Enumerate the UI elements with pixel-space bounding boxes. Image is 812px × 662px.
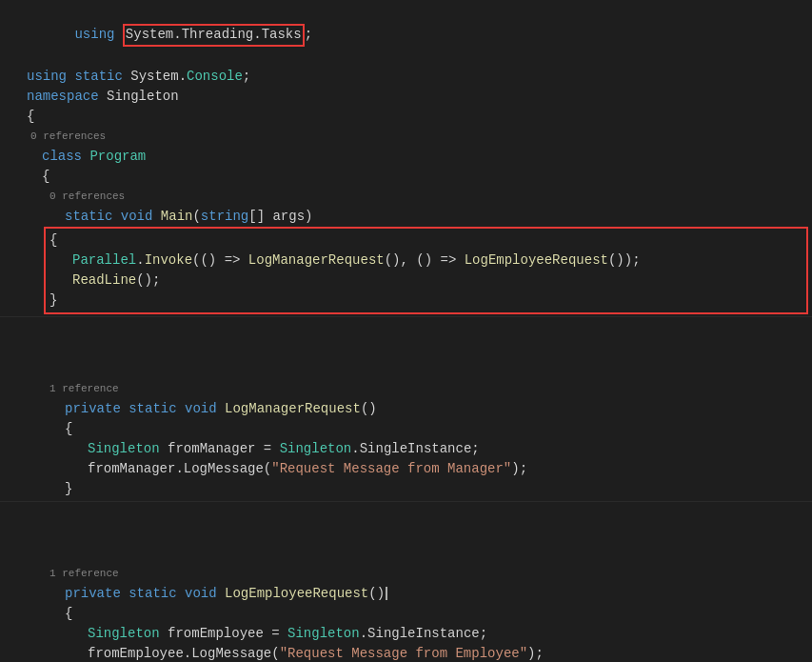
code-line-ref-class: 0 references: [0, 127, 812, 147]
method-logemployee: LogEmployeeRequest: [225, 584, 368, 604]
class-program: Program: [89, 147, 146, 167]
code-line-main: static void Main(string[] args): [0, 207, 812, 227]
code-line-4: {: [0, 107, 812, 127]
keyword-static: static: [74, 67, 130, 87]
code-line-blank2: [0, 501, 812, 564]
red-box-parallel-block: { Parallel.Invoke(() => LogManagerReques…: [44, 227, 808, 314]
code-line-close4: }: [0, 479, 812, 499]
code-line-fromemployee-log: fromEmployee.LogMessage("Request Message…: [0, 644, 812, 662]
singleton-type3: Singleton: [88, 624, 160, 644]
keyword-using2: using: [27, 67, 74, 87]
code-line-2: using static System.Console;: [0, 67, 812, 87]
code-line-ref-logemployee: 1 reference: [0, 564, 812, 584]
code-editor: using System.Threading.Tasks; using stat…: [0, 0, 812, 662]
code-line-frommanager-log: fromManager.LogMessage("Request Message …: [0, 459, 812, 479]
code-line-3: namespace Singleton: [0, 87, 812, 107]
singleton-type1: Singleton: [88, 439, 160, 459]
code-line-6: {: [0, 167, 812, 187]
code-line-class: class Program: [0, 147, 812, 167]
log-manager-method: LogManagerRequest: [248, 251, 385, 271]
keyword-void3: void: [185, 584, 225, 604]
method-logmanager: LogManagerRequest: [225, 399, 361, 419]
code-line-blank1: [0, 316, 812, 379]
keyword-namespace: namespace: [27, 87, 107, 107]
code-line-parallel: Parallel.Invoke(() => LogManagerRequest(…: [50, 251, 802, 271]
keyword-string: string: [201, 207, 248, 227]
code-line-open4: {: [0, 419, 812, 439]
ref-class: 0 references: [30, 129, 106, 145]
log-employee-method: LogEmployeeRequest: [465, 251, 608, 271]
code-line-frommanager-decl: Singleton fromManager = Singleton.Single…: [0, 439, 812, 459]
code-line-logmanager: private static void LogManagerRequest(): [0, 399, 812, 419]
code-line-ref-logmanager: 1 reference: [0, 379, 812, 399]
keyword-void1: void: [121, 207, 161, 227]
keyword-void2: void: [185, 399, 225, 419]
text-cursor: [386, 587, 387, 600]
string-manager: "Request Message from Manager": [271, 459, 511, 479]
keyword-static1: static: [65, 207, 121, 227]
code-line-open5: {: [0, 604, 812, 624]
keyword-class: class: [42, 147, 89, 167]
singleton-type4: Singleton: [287, 624, 360, 644]
invoke-method: Invoke: [145, 251, 192, 271]
ref-logmanager: 1 reference: [50, 381, 119, 397]
ref-main: 0 references: [50, 189, 125, 205]
code-line-open3: {: [50, 231, 802, 251]
namespace-singleton: Singleton: [107, 87, 179, 107]
system-text: System.: [130, 67, 187, 87]
ref-logemployee: 1 reference: [50, 566, 119, 582]
keyword-static2: static: [129, 399, 185, 419]
keyword-using: using: [74, 27, 122, 42]
code-line-close3: }: [50, 291, 802, 311]
red-box-tasks: System.Threading.Tasks: [123, 24, 305, 47]
singleton-type2: Singleton: [280, 439, 352, 459]
parallel-class: Parallel: [72, 251, 136, 271]
code-line-readline: ReadLine();: [50, 271, 802, 291]
keyword-private2: private: [65, 584, 129, 604]
console-type: Console: [187, 67, 243, 87]
keyword-static3: static: [129, 584, 185, 604]
keyword-private1: private: [65, 399, 129, 419]
string-employee: "Request Message from Employee": [280, 644, 527, 662]
method-main: Main: [161, 207, 193, 227]
readline-method: ReadLine: [72, 271, 136, 291]
code-line-1: using System.Threading.Tasks;: [0, 4, 812, 67]
code-line-fromemployee-decl: Singleton fromEmployee = Singleton.Singl…: [0, 624, 812, 644]
code-line-ref-main: 0 references: [0, 187, 812, 207]
code-line-logemployee: private static void LogEmployeeRequest(): [0, 584, 812, 604]
code-content-1: using System.Threading.Tasks;: [27, 4, 312, 67]
